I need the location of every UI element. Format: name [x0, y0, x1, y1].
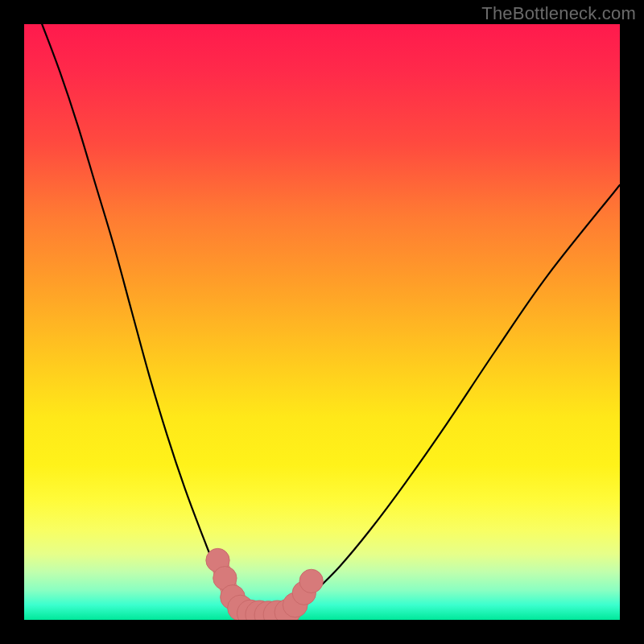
bottleneck-curve-chart [24, 24, 620, 620]
plot-area [24, 24, 620, 620]
data-marker [299, 569, 323, 592]
chart-frame: TheBottleneck.com [0, 0, 644, 644]
watermark-text: TheBottleneck.com [481, 3, 636, 24]
curve-left_curve [42, 24, 250, 614]
curve-right_curve [287, 185, 620, 614]
